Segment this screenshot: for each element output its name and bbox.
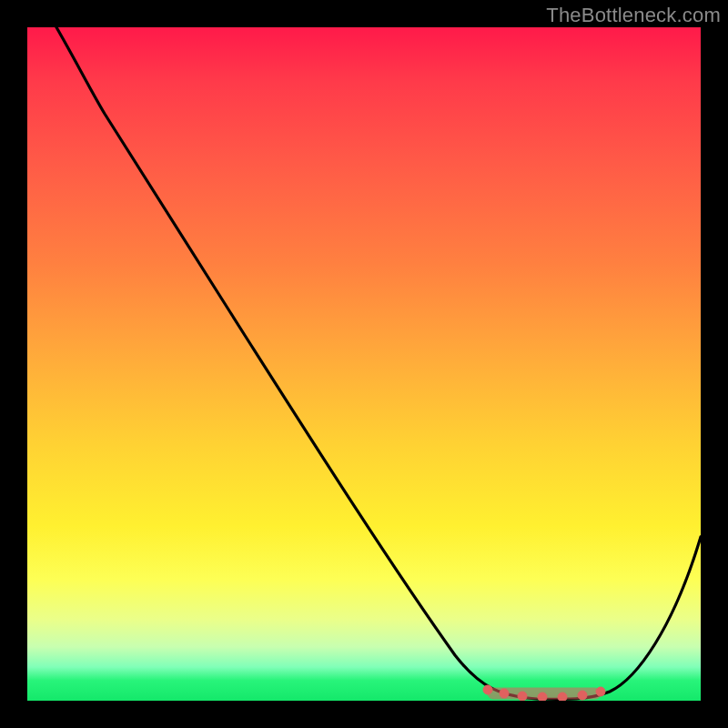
watermark-text: TheBottleneck.com bbox=[546, 4, 721, 27]
bottleneck-curve bbox=[56, 27, 701, 699]
curve-layer bbox=[27, 27, 701, 701]
svg-rect-7 bbox=[488, 688, 601, 699]
plot-area bbox=[27, 27, 701, 701]
optimal-range-markers bbox=[483, 685, 605, 701]
chart-frame: TheBottleneck.com bbox=[0, 0, 728, 728]
